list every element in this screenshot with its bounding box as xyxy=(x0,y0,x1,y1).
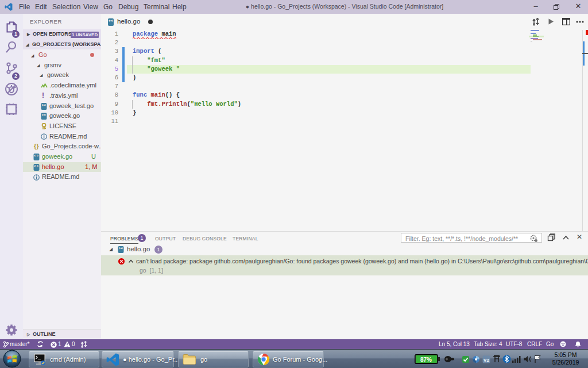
svg-text:V2: V2 xyxy=(483,358,489,363)
svg-text:87%: 87% xyxy=(420,356,432,363)
